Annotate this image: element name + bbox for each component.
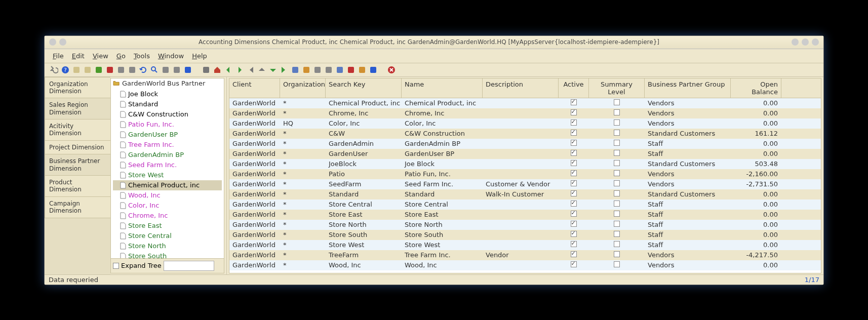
save-all-icon[interactable] (128, 65, 137, 74)
grid-toggle-icon[interactable] (202, 65, 211, 74)
tree-search-input[interactable] (164, 261, 214, 271)
checkbox-icon[interactable] (571, 221, 577, 227)
column-header[interactable]: Open Balance (731, 78, 781, 98)
table-row[interactable]: GardenWorld*Store CentralStore CentralSt… (229, 199, 821, 210)
table-row[interactable]: GardenWorld*TreeFarmTree Farm Inc.Vendor… (229, 250, 821, 260)
checkbox-icon[interactable] (571, 180, 577, 186)
undo-icon[interactable] (50, 65, 59, 74)
checkbox-icon[interactable] (571, 130, 577, 136)
tree-item[interactable]: GardenAdmin BP (113, 150, 222, 160)
checkbox-icon[interactable] (571, 109, 577, 115)
checkbox-icon[interactable] (571, 231, 577, 237)
delete2-icon[interactable] (105, 65, 114, 74)
copy-icon[interactable] (83, 65, 92, 74)
report-icon[interactable] (291, 65, 300, 74)
table-row[interactable]: GardenWorld*Store EastStore EastStaff0.0… (229, 210, 821, 220)
table-row[interactable]: GardenWorld*StandardStandardWalk-In Cust… (229, 189, 821, 199)
menu-go[interactable]: Go (113, 51, 129, 61)
checkbox-icon[interactable] (571, 99, 577, 105)
back-icon[interactable] (224, 65, 233, 74)
forward-icon[interactable] (235, 65, 244, 74)
find-icon[interactable] (150, 65, 159, 74)
tree-item[interactable]: Store South (113, 251, 222, 258)
checkbox-icon[interactable] (614, 140, 620, 146)
tree-item[interactable]: Chrome, Inc (113, 211, 222, 221)
table-row[interactable]: GardenWorld*GardenAdminGardenAdmin BPSta… (229, 139, 821, 149)
tab-project-dimension[interactable]: Project Dimension (45, 140, 110, 154)
last-icon[interactable] (280, 65, 289, 74)
tree-item[interactable]: Store Central (113, 231, 222, 241)
tree-item[interactable]: Seed Farm Inc. (113, 160, 222, 170)
table-row[interactable]: GardenWorld*Chrome, IncChrome, IncVendor… (229, 108, 821, 118)
tree-item[interactable]: Store North (113, 241, 222, 251)
checkbox-icon[interactable] (571, 190, 577, 196)
minimize-icon[interactable] (792, 38, 799, 46)
close-icon[interactable] (387, 65, 396, 74)
tree-item[interactable]: Standard (113, 99, 222, 109)
menu-window[interactable]: Window (155, 51, 187, 61)
table-row[interactable]: GardenWorld*GardenUserGardenUser BPStaff… (229, 149, 821, 159)
table-row[interactable]: GardenWorld*Wood, IncWood, IncVendors0.0… (229, 260, 821, 270)
print-icon[interactable] (313, 65, 322, 74)
checkbox-icon[interactable] (571, 140, 577, 146)
checkbox-icon[interactable] (614, 231, 620, 237)
checkbox-icon[interactable] (614, 130, 620, 136)
tree-item[interactable]: Wood, Inc (113, 190, 222, 201)
new-icon[interactable] (72, 65, 81, 74)
table-row[interactable]: GardenWorldHQColor, IncColor, IncVendors… (229, 118, 821, 129)
menu-edit[interactable]: Edit (69, 51, 88, 61)
menu-file[interactable]: File (50, 51, 67, 61)
column-header[interactable]: Name (402, 78, 483, 98)
tree-item[interactable]: Joe Block (113, 89, 222, 99)
column-header[interactable]: Business Partner Group (645, 78, 731, 98)
close-window-icon[interactable] (812, 38, 819, 46)
checkbox-icon[interactable] (571, 119, 577, 126)
tab-business-partner-dimension[interactable]: Business Partner Dimension (45, 154, 110, 176)
column-header[interactable]: Organization (280, 78, 326, 98)
checkbox-icon[interactable] (614, 201, 620, 207)
menu-view[interactable]: View (90, 51, 111, 61)
checkbox-icon[interactable] (614, 221, 620, 227)
column-header[interactable]: Summary Level (589, 78, 645, 98)
column-header[interactable]: Active (559, 78, 589, 98)
window-sticky-icon[interactable] (59, 38, 66, 46)
checkbox-icon[interactable] (614, 119, 620, 126)
first-icon[interactable] (246, 65, 255, 74)
checkbox-icon[interactable] (614, 150, 620, 156)
tree-item[interactable]: C&W Construction (113, 109, 222, 119)
table-row[interactable]: GardenWorld*PatioPatio Fun, Inc.Vendors-… (229, 169, 821, 179)
tree-item[interactable]: Chemical Product, inc (113, 180, 222, 190)
up-icon[interactable] (257, 65, 266, 74)
checkbox-icon[interactable] (571, 251, 577, 257)
checkbox-icon[interactable] (571, 261, 577, 267)
checkbox-icon[interactable] (614, 109, 620, 115)
checkbox-icon[interactable] (571, 150, 577, 156)
checkbox-icon[interactable] (571, 241, 577, 247)
window-menu-icon[interactable] (49, 38, 56, 46)
tab-acitivity-dimension[interactable]: Acitivity Dimension (45, 119, 110, 141)
menu-help[interactable]: Help (189, 51, 210, 61)
checkbox-icon[interactable] (614, 170, 620, 176)
process-icon[interactable] (346, 65, 356, 74)
table-row[interactable]: GardenWorld*Chemical Product, incChemica… (229, 98, 821, 108)
column-header[interactable]: Client (229, 78, 280, 98)
tree-item[interactable]: Color, Inc (113, 201, 222, 211)
help-icon[interactable]: ? (61, 65, 70, 74)
checkbox-icon[interactable] (614, 160, 620, 166)
table-row[interactable]: GardenWorld*Store NorthStore NorthStaff0… (229, 220, 821, 230)
checkbox-icon[interactable] (571, 201, 577, 207)
tab-sales-region-dimension[interactable]: Sales Region Dimension (45, 98, 110, 119)
save-icon[interactable] (116, 65, 126, 74)
zoom-icon[interactable] (335, 65, 344, 74)
checkbox-icon[interactable] (571, 170, 577, 176)
attachment-icon[interactable] (161, 65, 170, 74)
table-row[interactable]: GardenWorld*Store SouthStore SouthStaff0… (229, 230, 821, 240)
checkbox-icon[interactable] (614, 190, 620, 196)
checkbox-icon[interactable] (614, 211, 620, 217)
checkbox-icon[interactable] (614, 99, 620, 105)
checkbox-icon[interactable] (614, 261, 620, 267)
workflow-icon[interactable] (358, 65, 367, 74)
checkbox-icon[interactable] (614, 251, 620, 257)
column-header[interactable]: Description (483, 78, 559, 98)
tree-root[interactable]: GardenWorld Bus Partner (111, 78, 224, 88)
